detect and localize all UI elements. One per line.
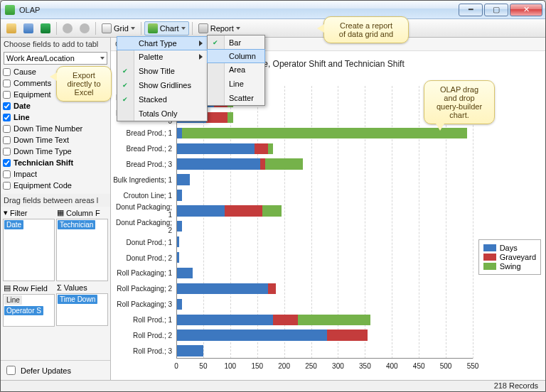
bar-row[interactable] bbox=[176, 174, 473, 185]
table-button[interactable] bbox=[21, 21, 36, 36]
bar-row[interactable] bbox=[176, 283, 473, 294]
bar-segment[interactable] bbox=[268, 283, 276, 294]
row-fields-area[interactable]: LineOperator S bbox=[3, 294, 55, 327]
bar-segment[interactable] bbox=[176, 143, 255, 154]
bar-row[interactable] bbox=[176, 345, 473, 356]
bar-segment[interactable] bbox=[262, 205, 282, 216]
menu-item[interactable]: Scatter bbox=[208, 91, 264, 105]
menu-item[interactable]: Chart Type bbox=[117, 36, 208, 50]
field-checkbox[interactable] bbox=[3, 148, 11, 156]
field-checkbox[interactable] bbox=[3, 68, 11, 76]
field-row[interactable]: Down Time Text bbox=[1, 134, 110, 146]
chart-type-submenu[interactable]: ✔BarColumnAreaLineScatter bbox=[207, 35, 265, 106]
chip-date[interactable]: Date bbox=[4, 220, 23, 229]
bar-segment[interactable] bbox=[265, 158, 303, 169]
field-checkbox[interactable] bbox=[3, 80, 11, 87]
open-button[interactable] bbox=[4, 21, 19, 36]
titlebar[interactable]: OLAP ━ ▢ ✕ bbox=[1, 1, 545, 19]
chart-plot[interactable]: 050100150200250300350400450500550Bread P… bbox=[176, 86, 473, 359]
field-checkbox[interactable] bbox=[3, 159, 11, 167]
bar-segment[interactable] bbox=[176, 128, 182, 138]
column-fields-area[interactable]: Technician bbox=[56, 219, 108, 281]
field-checkbox[interactable] bbox=[3, 182, 11, 190]
menu-item[interactable]: Line bbox=[208, 77, 264, 91]
field-checkbox[interactable] bbox=[3, 170, 11, 178]
bar-segment[interactable] bbox=[176, 283, 268, 294]
bar-row[interactable] bbox=[176, 330, 473, 340]
filter-area[interactable]: Date bbox=[3, 219, 55, 281]
bar-segment[interactable] bbox=[206, 112, 228, 123]
bar-row[interactable] bbox=[176, 315, 473, 325]
filter-icon: ▾ bbox=[4, 208, 8, 217]
bar-row[interactable] bbox=[176, 268, 473, 278]
field-row[interactable]: Down Time Number bbox=[1, 123, 110, 134]
bar-segment[interactable] bbox=[268, 143, 274, 154]
bar-segment[interactable] bbox=[176, 345, 203, 356]
bar-segment[interactable] bbox=[225, 205, 262, 216]
bar-row[interactable] bbox=[176, 252, 473, 263]
menu-item[interactable]: Column bbox=[207, 49, 265, 63]
chip-operator[interactable]: Operator S bbox=[4, 306, 43, 315]
area-combo[interactable]: Work Area/Location bbox=[4, 52, 107, 65]
undo-button[interactable] bbox=[60, 21, 75, 36]
bar-segment[interactable] bbox=[176, 205, 225, 216]
bar-segment[interactable] bbox=[176, 268, 193, 278]
bar-segment[interactable] bbox=[255, 143, 268, 154]
bar-row[interactable] bbox=[176, 299, 473, 310]
app-window: OLAP ━ ▢ ✕ Grid Chart Report Choose fiel… bbox=[0, 0, 546, 392]
bar-segment[interactable] bbox=[298, 315, 370, 325]
field-checkbox[interactable] bbox=[3, 114, 11, 121]
field-row[interactable]: Impact bbox=[1, 168, 110, 180]
bar-segment[interactable] bbox=[228, 112, 233, 123]
bar-segment[interactable] bbox=[176, 221, 182, 232]
export-excel-button[interactable] bbox=[38, 21, 53, 36]
field-checkbox[interactable] bbox=[3, 125, 11, 133]
bar-segment[interactable] bbox=[176, 299, 182, 310]
bar-row[interactable] bbox=[176, 158, 473, 169]
field-row[interactable]: Down Time Type bbox=[1, 146, 110, 157]
defer-updates-checkbox[interactable] bbox=[6, 366, 16, 375]
bar-row[interactable] bbox=[176, 236, 473, 247]
bar-segment[interactable] bbox=[176, 330, 327, 340]
bar-segment[interactable] bbox=[273, 315, 297, 325]
bar-row[interactable] bbox=[176, 128, 473, 138]
grid-dropdown[interactable]: Grid bbox=[99, 21, 138, 36]
field-checkbox[interactable] bbox=[3, 91, 11, 99]
bar-row[interactable] bbox=[176, 221, 473, 232]
field-row[interactable]: Technician Shift bbox=[1, 157, 110, 168]
chip-timedown[interactable]: Time Down bbox=[58, 295, 97, 304]
field-checkbox[interactable] bbox=[3, 136, 11, 144]
bar-row[interactable] bbox=[176, 143, 473, 154]
menu-item[interactable]: ✔Stacked bbox=[117, 92, 207, 107]
field-row[interactable]: Equipment Code bbox=[1, 180, 110, 191]
chart-dropdown[interactable]: Chart bbox=[144, 21, 189, 36]
drag-fields-label: Drag fields between areas l bbox=[1, 194, 110, 207]
menu-item[interactable]: ✔Show Title bbox=[117, 64, 207, 78]
chip-technician[interactable]: Technician bbox=[58, 220, 95, 229]
bar-segment[interactable] bbox=[176, 174, 190, 185]
bar-segment[interactable] bbox=[260, 158, 266, 169]
menu-item[interactable]: ✔Show Gridlines bbox=[117, 78, 207, 92]
bar-row[interactable] bbox=[176, 205, 473, 216]
maximize-button[interactable]: ▢ bbox=[484, 4, 508, 16]
bar-segment[interactable] bbox=[176, 190, 182, 200]
chip-line[interactable]: Line bbox=[4, 295, 22, 305]
bar-segment[interactable] bbox=[327, 330, 368, 340]
bar-segment[interactable] bbox=[182, 128, 468, 138]
report-dropdown[interactable]: Report bbox=[196, 21, 243, 36]
menu-item[interactable]: Totals Only bbox=[117, 107, 207, 121]
menu-item[interactable]: Palette bbox=[117, 50, 207, 64]
minimize-button[interactable]: ━ bbox=[459, 4, 483, 16]
bar-segment[interactable] bbox=[176, 158, 260, 169]
field-row[interactable]: Line bbox=[1, 111, 110, 123]
chart-menu[interactable]: Chart TypePalette✔Show Title✔Show Gridli… bbox=[117, 36, 208, 121]
redo-button[interactable] bbox=[77, 21, 92, 36]
values-area[interactable]: Time Down bbox=[56, 293, 108, 326]
field-row[interactable]: Date bbox=[1, 100, 110, 111]
field-checkbox[interactable] bbox=[3, 102, 11, 110]
menu-item[interactable]: Area bbox=[208, 62, 264, 77]
bar-segment[interactable] bbox=[176, 315, 273, 325]
menu-item[interactable]: ✔Bar bbox=[208, 36, 264, 50]
bar-row[interactable] bbox=[176, 190, 473, 200]
close-button[interactable]: ✕ bbox=[510, 4, 542, 16]
